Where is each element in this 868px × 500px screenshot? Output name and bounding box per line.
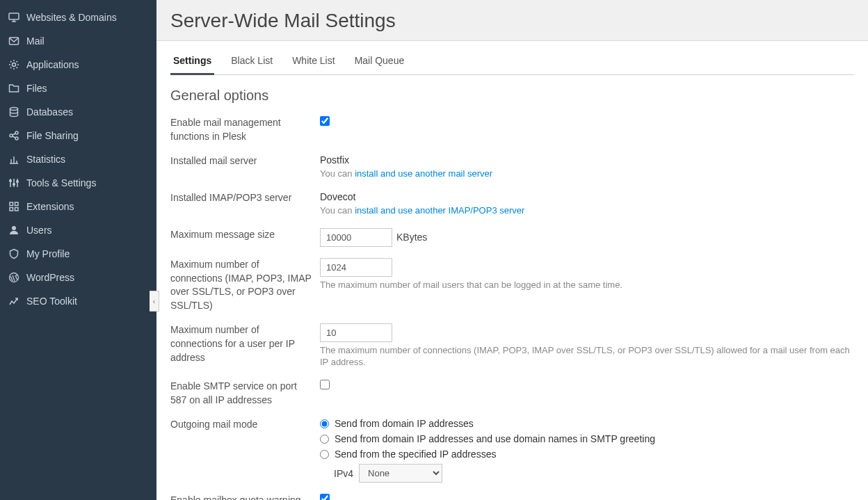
mail-server-hint: You can install and use another mail ser… — [320, 168, 854, 180]
outgoing-mode-radio-2[interactable] — [320, 435, 329, 444]
folder-icon — [8, 83, 19, 94]
tab-mailqueue[interactable]: Mail Queue — [352, 51, 408, 74]
tab-settings[interactable]: Settings — [170, 51, 214, 75]
max-message-size-input[interactable] — [320, 228, 392, 247]
sidebar-item-statistics[interactable]: Statistics — [0, 147, 156, 171]
installed-imap-label: Installed IMAP/POP3 server — [170, 191, 320, 205]
sidebar-label: Users — [26, 225, 52, 236]
outgoing-mode-opt1: Send from domain IP addresses — [335, 418, 474, 429]
svg-point-3 — [10, 108, 18, 111]
enable-smtp-587-label: Enable SMTP service on port 587 on all I… — [170, 380, 320, 407]
max-conn-per-ip-label: Maximum number of connections for a user… — [170, 323, 320, 364]
svg-rect-11 — [15, 202, 19, 206]
sidebar-item-extensions[interactable]: Extensions — [0, 195, 156, 218]
outgoing-mode-radio-1[interactable] — [320, 419, 329, 428]
sidebar-item-wordpress[interactable]: WordPress — [0, 266, 156, 289]
wordpress-icon — [8, 272, 19, 283]
enable-quota-checkbox[interactable] — [320, 494, 330, 500]
gear-icon — [8, 59, 19, 70]
sidebar: Websites & Domains Mail Applications Fil… — [0, 0, 156, 500]
svg-point-5 — [15, 131, 18, 134]
svg-point-6 — [15, 137, 18, 140]
sidebar-label: File Sharing — [26, 130, 79, 141]
svg-rect-0 — [9, 13, 19, 19]
enable-mail-checkbox[interactable] — [320, 116, 330, 126]
svg-point-14 — [12, 226, 16, 230]
svg-rect-10 — [10, 202, 13, 206]
installed-mail-server-value: Postfix — [320, 154, 854, 166]
tabs: Settings Black List White List Mail Queu… — [170, 41, 854, 75]
sidebar-item-users[interactable]: Users — [0, 218, 156, 242]
max-conn-per-ip-input[interactable] — [320, 323, 392, 342]
max-connections-label: Maximum number of connections (IMAP, POP… — [170, 258, 320, 312]
installed-imap-value: Dovecot — [320, 191, 854, 202]
sidebar-label: Extensions — [26, 201, 74, 212]
max-connections-hint: The maximum number of mail users that ca… — [320, 280, 854, 291]
max-conn-per-ip-hint: The maximum number of connections (IMAP,… — [320, 345, 854, 369]
svg-point-2 — [13, 63, 16, 67]
tab-whitelist[interactable]: White List — [289, 51, 337, 74]
enable-quota-label: Enable mailbox quota warning — [170, 494, 320, 500]
seo-icon — [8, 296, 19, 307]
max-connections-input[interactable] — [320, 258, 392, 277]
user-icon — [8, 225, 19, 236]
sidebar-item-seo[interactable]: SEO Toolkit — [0, 289, 156, 313]
sidebar-item-mail[interactable]: Mail — [0, 29, 156, 53]
sidebar-label: SEO Toolkit — [26, 296, 77, 307]
sidebar-item-filesharing[interactable]: File Sharing — [0, 124, 156, 147]
max-message-size-unit: KBytes — [396, 232, 427, 243]
tab-blacklist[interactable]: Black List — [228, 51, 275, 74]
outgoing-mode-opt3: Send from the specified IP addresses — [335, 449, 496, 460]
section-title: General options — [170, 88, 854, 104]
svg-rect-13 — [15, 208, 19, 211]
database-icon — [8, 106, 19, 118]
install-mail-server-link[interactable]: install and use another mail server — [355, 168, 492, 179]
main: Server-Wide Mail Settings Settings Black… — [156, 0, 868, 500]
outgoing-mode-radio-3[interactable] — [320, 450, 329, 459]
sidebar-label: Applications — [26, 59, 79, 70]
enable-mail-label: Enable mail management functions in Ples… — [170, 116, 320, 143]
svg-point-8 — [13, 184, 15, 186]
sidebar-item-websites[interactable]: Websites & Domains — [0, 6, 156, 29]
page-header: Server-Wide Mail Settings — [156, 0, 868, 41]
profile-icon — [8, 248, 19, 259]
sidebar-label: WordPress — [26, 272, 74, 283]
sidebar-item-files[interactable]: Files — [0, 76, 156, 100]
install-imap-server-link[interactable]: install and use another IMAP/POP3 server — [355, 205, 524, 216]
monitor-icon — [8, 12, 19, 23]
stats-icon — [8, 154, 19, 165]
sidebar-label: Tools & Settings — [26, 177, 96, 188]
enable-smtp-587-checkbox[interactable] — [320, 380, 330, 389]
sidebar-item-applications[interactable]: Applications — [0, 53, 156, 76]
sidebar-label: Websites & Domains — [26, 12, 117, 23]
share-icon — [8, 130, 19, 141]
outgoing-mode-label: Outgoing mail mode — [170, 418, 320, 432]
sidebar-label: Databases — [26, 106, 73, 118]
outgoing-mode-opt2: Send from domain IP addresses and use do… — [335, 433, 655, 444]
sidebar-item-databases[interactable]: Databases — [0, 100, 156, 124]
sidebar-label: Mail — [26, 35, 45, 47]
svg-point-9 — [17, 181, 19, 183]
extensions-icon — [8, 201, 19, 212]
sidebar-label: Files — [26, 83, 47, 94]
page-title: Server-Wide Mail Settings — [170, 10, 854, 32]
sidebar-label: Statistics — [26, 154, 65, 165]
sliders-icon — [8, 177, 19, 188]
imap-server-hint: You can install and use another IMAP/POP… — [320, 205, 854, 217]
sidebar-item-tools[interactable]: Tools & Settings — [0, 171, 156, 195]
svg-rect-12 — [10, 208, 13, 211]
installed-mail-server-label: Installed mail server — [170, 154, 320, 168]
ipv4-label: IPv4 — [334, 468, 353, 479]
sidebar-collapse-handle[interactable]: ‹ — [150, 291, 159, 312]
svg-point-7 — [10, 180, 12, 182]
svg-point-4 — [10, 134, 13, 137]
max-message-size-label: Maximum message size — [170, 228, 320, 242]
ipv4-select[interactable]: None — [359, 464, 442, 483]
sidebar-item-profile[interactable]: My Profile — [0, 242, 156, 266]
envelope-icon — [8, 35, 19, 47]
chevron-left-icon: ‹ — [153, 298, 155, 305]
sidebar-label: My Profile — [26, 248, 70, 259]
